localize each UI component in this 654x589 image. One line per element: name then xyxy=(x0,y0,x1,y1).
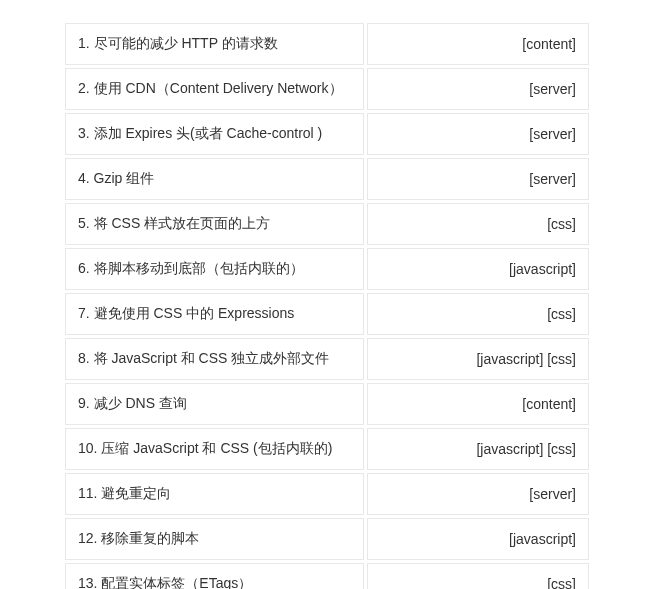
tags-cell: [css] xyxy=(367,293,589,335)
tags-cell: [server] xyxy=(367,158,589,200)
rule-cell: 12. 移除重复的脚本 xyxy=(65,518,364,560)
tags-cell: [css] xyxy=(367,563,589,589)
rule-cell: 3. 添加 Expires 头(或者 Cache-control ) xyxy=(65,113,364,155)
table-row: 13. 配置实体标签（ETags）[css] xyxy=(65,563,589,589)
table-row: 6. 将脚本移动到底部（包括内联的）[javascript] xyxy=(65,248,589,290)
table-row: 7. 避免使用 CSS 中的 Expressions[css] xyxy=(65,293,589,335)
table-row: 4. Gzip 组件[server] xyxy=(65,158,589,200)
tags-cell: [javascript] xyxy=(367,248,589,290)
rule-cell: 2. 使用 CDN（Content Delivery Network） xyxy=(65,68,364,110)
tags-cell: [server] xyxy=(367,68,589,110)
rule-cell: 9. 减少 DNS 查询 xyxy=(65,383,364,425)
table-row: 1. 尽可能的减少 HTTP 的请求数[content] xyxy=(65,23,589,65)
tags-cell: [server] xyxy=(367,113,589,155)
rule-cell: 13. 配置实体标签（ETags） xyxy=(65,563,364,589)
rule-cell: 4. Gzip 组件 xyxy=(65,158,364,200)
tags-cell: [content] xyxy=(367,383,589,425)
rule-cell: 8. 将 JavaScript 和 CSS 独立成外部文件 xyxy=(65,338,364,380)
table-row: 3. 添加 Expires 头(或者 Cache-control )[serve… xyxy=(65,113,589,155)
tags-cell: [content] xyxy=(367,23,589,65)
rules-tbody: 1. 尽可能的减少 HTTP 的请求数[content]2. 使用 CDN（Co… xyxy=(65,23,589,589)
tags-cell: [server] xyxy=(367,473,589,515)
table-row: 9. 减少 DNS 查询[content] xyxy=(65,383,589,425)
table-row: 2. 使用 CDN（Content Delivery Network）[serv… xyxy=(65,68,589,110)
rules-table: 1. 尽可能的减少 HTTP 的请求数[content]2. 使用 CDN（Co… xyxy=(62,20,592,589)
rule-cell: 10. 压缩 JavaScript 和 CSS (包括内联的) xyxy=(65,428,364,470)
table-row: 12. 移除重复的脚本[javascript] xyxy=(65,518,589,560)
tags-cell: [css] xyxy=(367,203,589,245)
table-row: 10. 压缩 JavaScript 和 CSS (包括内联的)[javascri… xyxy=(65,428,589,470)
tags-cell: [javascript] [css] xyxy=(367,428,589,470)
table-row: 11. 避免重定向[server] xyxy=(65,473,589,515)
rule-cell: 5. 将 CSS 样式放在页面的上方 xyxy=(65,203,364,245)
rule-cell: 7. 避免使用 CSS 中的 Expressions xyxy=(65,293,364,335)
table-row: 8. 将 JavaScript 和 CSS 独立成外部文件[javascript… xyxy=(65,338,589,380)
table-row: 5. 将 CSS 样式放在页面的上方[css] xyxy=(65,203,589,245)
tags-cell: [javascript] [css] xyxy=(367,338,589,380)
rule-cell: 11. 避免重定向 xyxy=(65,473,364,515)
rule-cell: 1. 尽可能的减少 HTTP 的请求数 xyxy=(65,23,364,65)
rule-cell: 6. 将脚本移动到底部（包括内联的） xyxy=(65,248,364,290)
tags-cell: [javascript] xyxy=(367,518,589,560)
